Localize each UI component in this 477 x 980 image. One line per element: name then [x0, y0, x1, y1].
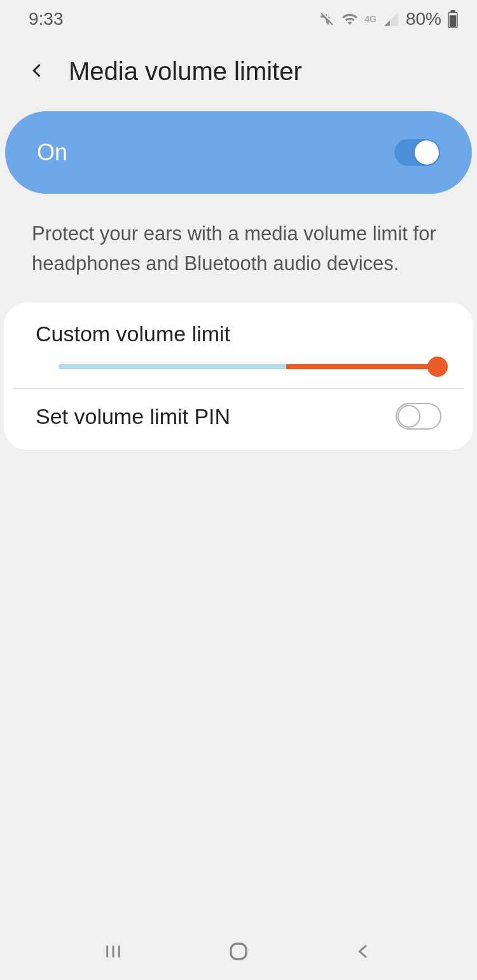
battery-icon	[448, 10, 458, 28]
recents-button[interactable]	[100, 939, 126, 964]
status-indicators: 4G 80%	[319, 9, 458, 29]
feature-description: Protect your ears with a media volume li…	[0, 194, 477, 297]
custom-volume-label: Custom volume limit	[4, 322, 473, 364]
master-toggle-label: On	[37, 139, 67, 166]
system-nav-bar	[0, 923, 477, 980]
master-toggle-row[interactable]: On	[5, 111, 472, 194]
wifi-icon	[342, 11, 358, 27]
pin-label: Set volume limit PIN	[36, 404, 230, 429]
svg-rect-6	[231, 944, 246, 959]
signal-icon	[383, 11, 399, 27]
page-title: Media volume limiter	[69, 57, 302, 86]
home-button[interactable]	[226, 939, 251, 964]
back-button[interactable]	[351, 939, 377, 964]
battery-percent: 80%	[406, 9, 441, 29]
slider-thumb-icon[interactable]	[427, 357, 448, 377]
svg-rect-2	[450, 15, 457, 27]
network-type-icon: 4G	[364, 14, 377, 24]
settings-card: Custom volume limit Set volume limit PIN	[4, 303, 473, 450]
mute-icon	[319, 11, 335, 27]
master-toggle-switch[interactable]	[394, 139, 440, 166]
back-icon[interactable]	[29, 62, 46, 82]
pin-row[interactable]: Set volume limit PIN	[4, 389, 473, 444]
volume-slider[interactable]	[4, 364, 473, 388]
pin-toggle-switch[interactable]	[396, 403, 441, 430]
status-bar: 9:33 4G 80%	[0, 0, 477, 38]
app-header: Media volume limiter	[0, 38, 477, 111]
status-time: 9:33	[29, 9, 64, 29]
